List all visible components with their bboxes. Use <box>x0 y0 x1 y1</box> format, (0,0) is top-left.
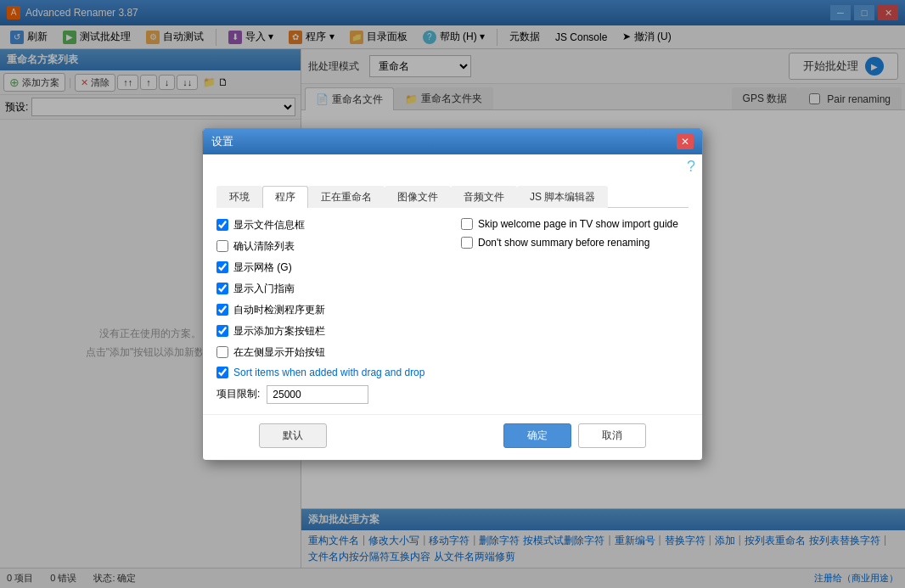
dialog-left-col: 显示文件信息框 确认清除列表 显示网格 (G) 显示入门指南 <box>216 218 444 404</box>
cb-no-summary: Don't show summary before renaming <box>461 237 689 249</box>
item-limit-row: 项目限制: <box>216 385 444 404</box>
cancel-button[interactable]: 取消 <box>578 423 646 448</box>
show-grid-checkbox[interactable] <box>216 261 228 273</box>
cb-show-add-bar: 显示添加方案按钮栏 <box>216 324 444 339</box>
dialog-tab-image[interactable]: 图像文件 <box>385 186 451 208</box>
show-file-info-checkbox[interactable] <box>216 219 228 231</box>
cb-sort-drag-drop: Sort items when added with drag and drop <box>216 367 444 378</box>
show-add-bar-checkbox[interactable] <box>216 325 228 337</box>
skip-welcome-checkbox[interactable] <box>461 218 473 230</box>
dialog-tab-environment[interactable]: 环境 <box>216 186 262 208</box>
dialog-tab-js[interactable]: JS 脚本编辑器 <box>517 186 608 208</box>
cb-show-guide: 显示入门指南 <box>216 282 444 296</box>
show-guide-checkbox[interactable] <box>216 283 228 294</box>
dialog-title: 设置 <box>211 134 233 149</box>
dialog-body: 环境 程序 正在重命名 图像文件 音频文件 JS 脚本编辑器 <box>203 176 702 414</box>
dialog-overlay: 设置 ✕ ? 环境 程序 正在重命名 图像文件 <box>0 0 905 588</box>
cb-show-grid: 显示网格 (G) <box>216 260 444 275</box>
dialog-help-area: ? <box>203 154 702 176</box>
dialog-tab-program[interactable]: 程序 <box>262 186 308 208</box>
confirm-clear-checkbox[interactable] <box>216 240 228 252</box>
dialog-close-button[interactable]: ✕ <box>677 134 694 149</box>
left-start-btn-checkbox[interactable] <box>216 346 228 358</box>
ok-button[interactable]: 确定 <box>503 423 571 448</box>
dialog-footer: 默认 确定 取消 <box>203 414 702 460</box>
dialog-tab-renaming[interactable]: 正在重命名 <box>308 186 385 208</box>
item-limit-label: 项目限制: <box>216 387 260 401</box>
cb-skip-welcome: Skip welcome page in TV show import guid… <box>461 218 689 230</box>
dialog-help-icon[interactable]: ? <box>687 158 695 175</box>
no-summary-checkbox[interactable] <box>461 237 473 249</box>
settings-dialog: 设置 ✕ ? 环境 程序 正在重命名 图像文件 <box>202 128 703 461</box>
cb-show-file-info: 显示文件信息框 <box>216 218 444 232</box>
dialog-title-bar: 设置 ✕ <box>203 129 702 154</box>
check-updates-checkbox[interactable] <box>216 304 228 316</box>
cb-check-updates: 自动时检测程序更新 <box>216 303 444 317</box>
item-limit-input[interactable] <box>267 385 368 404</box>
dialog-tab-bar: 环境 程序 正在重命名 图像文件 音频文件 JS 脚本编辑器 <box>216 186 689 208</box>
dialog-tab-audio[interactable]: 音频文件 <box>451 186 517 208</box>
default-button[interactable]: 默认 <box>259 423 327 448</box>
cb-left-start-btn: 在左侧显示开始按钮 <box>216 345 444 360</box>
dialog-content: 显示文件信息框 确认清除列表 显示网格 (G) 显示入门指南 <box>216 218 689 404</box>
cb-confirm-clear: 确认清除列表 <box>216 239 444 254</box>
dialog-right-col: Skip welcome page in TV show import guid… <box>461 218 689 404</box>
sort-drag-drop-checkbox[interactable] <box>216 367 228 378</box>
